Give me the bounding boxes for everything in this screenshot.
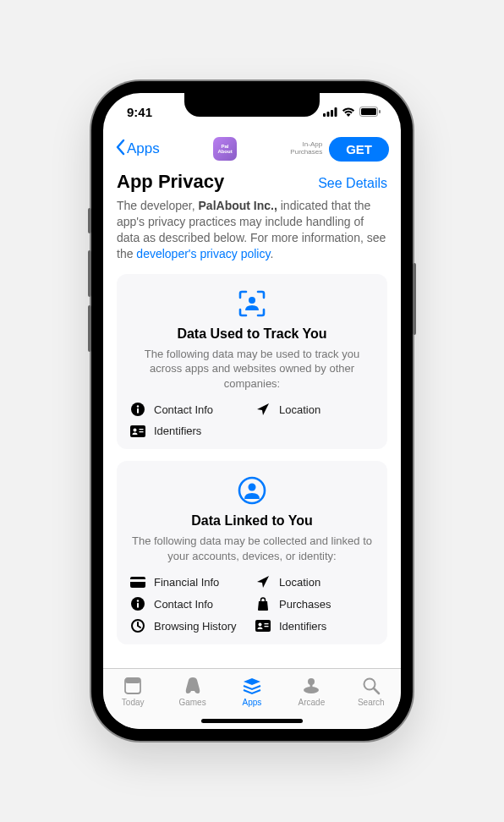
svg-rect-6	[379, 110, 381, 113]
card-icon	[130, 577, 145, 588]
svg-line-33	[374, 688, 379, 693]
id-icon	[255, 620, 271, 632]
back-label: Apps	[127, 140, 160, 157]
svg-point-12	[134, 428, 137, 431]
svg-rect-1	[327, 112, 330, 117]
svg-rect-17	[130, 577, 145, 588]
phone-frame: 9:41 Apps Pal About In-AppPurchases GET	[91, 81, 413, 741]
today-icon	[123, 676, 142, 696]
page-title: App Privacy	[117, 171, 224, 193]
svg-rect-14	[140, 431, 144, 432]
svg-rect-3	[335, 107, 337, 117]
data-item-location: Location	[255, 403, 374, 416]
svg-point-24	[259, 623, 262, 627]
svg-rect-2	[331, 110, 333, 117]
svg-rect-21	[137, 603, 139, 608]
phone-screen: 9:41 Apps Pal About In-AppPurchases GET	[103, 93, 401, 729]
data-item-financial: Financial Info	[130, 575, 249, 589]
location-icon	[255, 575, 271, 589]
tab-games[interactable]: Games	[167, 676, 218, 707]
data-item-contact: Contact Info	[130, 597, 249, 611]
data-item-identifiers: Identifiers	[255, 619, 374, 633]
search-icon	[362, 676, 381, 696]
chevron-left-icon	[115, 139, 125, 160]
data-item-location: Location	[255, 575, 374, 589]
card-desc: The following data may be used to track …	[130, 347, 374, 392]
svg-rect-25	[265, 623, 269, 624]
tab-search[interactable]: Search	[346, 676, 397, 707]
location-icon	[255, 403, 271, 416]
svg-point-31	[308, 678, 315, 685]
card-title: Data Used to Track You	[130, 326, 374, 342]
tab-today[interactable]: Today	[107, 676, 158, 707]
track-icon	[130, 289, 374, 318]
nav-bar: Apps Pal About In-AppPurchases GET	[103, 130, 401, 167]
home-indicator[interactable]	[201, 719, 303, 723]
app-icon[interactable]: Pal About	[213, 137, 237, 161]
status-indicators	[323, 105, 381, 119]
linked-card: Data Linked to You The following data ma…	[117, 461, 387, 644]
svg-point-16	[249, 484, 256, 491]
data-item-contact: Contact Info	[130, 403, 249, 416]
svg-point-9	[137, 406, 139, 408]
track-card: Data Used to Track You The following dat…	[117, 274, 387, 450]
svg-point-20	[137, 600, 139, 602]
arcade-icon	[302, 676, 320, 696]
svg-rect-0	[323, 113, 326, 117]
svg-rect-18	[130, 579, 145, 582]
card-desc: The following data may be collected and …	[130, 534, 374, 563]
content-area[interactable]: App Privacy See Details The developer, P…	[103, 167, 401, 668]
apps-icon	[242, 676, 262, 696]
svg-rect-10	[137, 408, 139, 414]
bag-icon	[255, 597, 271, 611]
svg-rect-28	[125, 678, 140, 683]
info-icon	[130, 597, 145, 611]
signal-icon	[323, 105, 337, 119]
iap-label: In-AppPurchases	[290, 141, 322, 156]
svg-rect-5	[361, 108, 376, 115]
games-icon	[184, 676, 202, 696]
data-item-purchases: Purchases	[255, 597, 374, 611]
back-button[interactable]: Apps	[115, 139, 160, 160]
tab-arcade[interactable]: Arcade	[286, 676, 337, 707]
see-details-link[interactable]: See Details	[318, 176, 387, 191]
linked-icon	[130, 476, 374, 505]
svg-point-7	[249, 297, 255, 304]
get-button[interactable]: GET	[329, 137, 389, 162]
privacy-policy-link[interactable]: developer's privacy policy	[136, 247, 270, 260]
battery-icon	[359, 105, 381, 119]
tab-apps[interactable]: Apps	[227, 676, 277, 707]
status-time: 9:41	[127, 105, 152, 119]
notch	[184, 93, 320, 117]
wifi-icon	[342, 105, 355, 119]
card-title: Data Linked to You	[130, 513, 374, 529]
data-item-identifiers: Identifiers	[130, 425, 249, 437]
info-icon	[130, 403, 145, 416]
developer-name: PalAbout Inc.,	[199, 199, 277, 212]
data-item-browsing: Browsing History	[130, 619, 249, 633]
id-icon	[130, 425, 145, 437]
clock-icon	[130, 619, 145, 633]
svg-rect-26	[265, 626, 269, 627]
intro-text: The developer, PalAbout Inc., indicated …	[117, 198, 387, 262]
svg-rect-13	[140, 429, 144, 430]
